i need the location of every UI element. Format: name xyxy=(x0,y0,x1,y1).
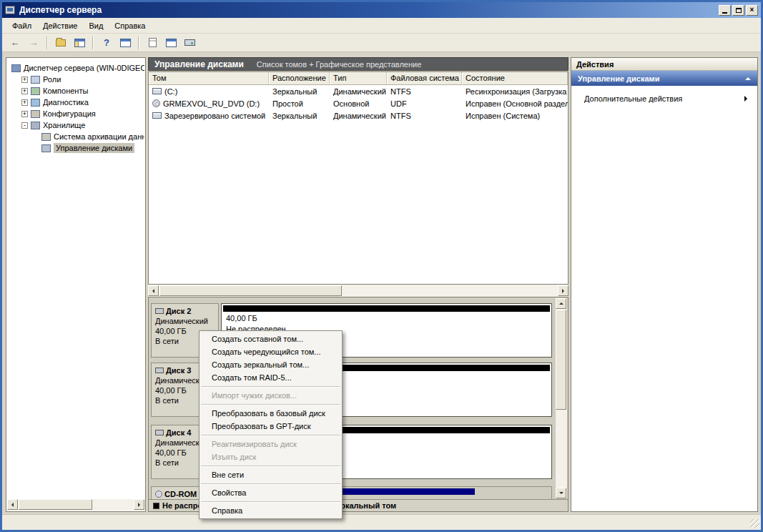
menu-separator xyxy=(201,483,340,484)
cell-layout: Простой xyxy=(269,99,330,108)
column-header-filesystem[interactable]: Файловая система xyxy=(387,72,462,84)
scroll-up-icon xyxy=(559,300,563,305)
actions-section-disk-management[interactable]: Управление дисками xyxy=(571,71,757,86)
menu-item-create-spanned-volume[interactable]: Создать составной том... xyxy=(200,332,342,345)
tree-item-disk-management[interactable]: Управление дисками xyxy=(7,142,144,154)
back-button[interactable]: ← xyxy=(6,35,24,51)
close-button[interactable]: × xyxy=(746,5,758,16)
tree-item-storage[interactable]: - Хранилище xyxy=(7,119,144,131)
tree-item-features[interactable]: + Компоненты xyxy=(7,85,144,97)
menu-item-import-foreign-disks: Импорт чужих дисков... xyxy=(200,389,342,402)
submenu-arrow-icon xyxy=(744,96,750,102)
cell-status: Ресинхронизация (Загрузка xyxy=(462,87,568,96)
scroll-left-button[interactable] xyxy=(148,285,159,296)
column-header-layout[interactable]: Расположение xyxy=(269,72,330,84)
main-area: Диспетчер сервера (WIN-0DIGEO + Роли + К… xyxy=(2,52,761,514)
expander-icon[interactable]: - xyxy=(21,122,28,129)
volume-row-c[interactable]: (C:) Зеркальный Динамический NTFS Ресинх… xyxy=(149,85,568,97)
properties-button[interactable] xyxy=(117,35,134,51)
new-window-button[interactable] xyxy=(162,35,179,51)
expander-icon[interactable]: + xyxy=(21,88,28,94)
volume-list-horizontal-scrollbar[interactable] xyxy=(148,285,568,297)
help-button[interactable]: ? xyxy=(98,35,115,51)
tree-item-label: Система архивации данных xyxy=(54,132,144,141)
scroll-up-button[interactable] xyxy=(556,298,566,309)
forward-button[interactable]: → xyxy=(25,35,42,51)
column-header-type[interactable]: Тип xyxy=(330,72,387,84)
tree-item-label: Диспетчер сервера (WIN-0DIGEO xyxy=(24,64,144,72)
scroll-right-button[interactable] xyxy=(558,285,568,296)
menu-separator xyxy=(201,435,340,435)
disk-name: CD-ROM 0 xyxy=(164,490,203,498)
scroll-left-button[interactable] xyxy=(7,499,18,510)
menu-file[interactable]: Файл xyxy=(6,19,37,32)
tree-item-label: Компоненты xyxy=(43,87,88,95)
scroll-thumb[interactable] xyxy=(556,310,566,410)
resize-grip[interactable] xyxy=(750,519,759,528)
menu-item-convert-to-gpt-disk[interactable]: Преобразовать в GPT-диск xyxy=(200,420,342,433)
volume-row-system-reserved[interactable]: Зарезервировано системой Зеркальный Дина… xyxy=(149,109,568,122)
panel-subtitle: Список томов + Графическое представление xyxy=(257,60,421,69)
cell-status: Исправен (Система) xyxy=(462,112,568,120)
volume-list-header: Том Расположение Тип Файловая система Со… xyxy=(149,72,568,85)
minimize-button[interactable] xyxy=(719,5,731,16)
scroll-thumb[interactable] xyxy=(19,499,92,510)
tree-item-diagnostics[interactable]: + Диагностика xyxy=(7,97,144,108)
disk-view-vertical-scrollbar[interactable] xyxy=(556,298,567,498)
roles-icon xyxy=(31,76,40,84)
menu-item-create-mirrored-volume[interactable]: Создать зеркальный том... xyxy=(200,358,342,371)
configuration-icon xyxy=(31,110,40,118)
volume-list: Том Расположение Тип Файловая система Со… xyxy=(148,72,568,285)
column-header-status[interactable]: Состояние xyxy=(462,72,568,84)
expander-icon[interactable]: + xyxy=(21,77,28,83)
cell-layout: Зеркальный xyxy=(269,112,330,120)
disk-management-button[interactable] xyxy=(181,35,198,51)
column-header-volume[interactable]: Том xyxy=(149,72,269,84)
disk-context-menu: Создать составной том... Создать чередую… xyxy=(199,330,343,519)
console-tree: Диспетчер сервера (WIN-0DIGEO + Роли + К… xyxy=(7,59,144,499)
partition-size: 40,00 ГБ xyxy=(226,314,551,322)
volume-row-dvd[interactable]: GRMEXVOL_RU_DVD (D:) Простой Основной UD… xyxy=(149,97,568,109)
menu-separator xyxy=(201,466,340,466)
scroll-thumb[interactable] xyxy=(159,285,342,296)
collapse-chevron-icon[interactable] xyxy=(745,74,751,80)
maximize-button[interactable] xyxy=(732,5,744,16)
tree-item-configuration[interactable]: + Конфигурация xyxy=(7,108,144,119)
menu-item-help[interactable]: Справка xyxy=(200,504,342,517)
statusbar xyxy=(2,514,761,530)
cdrom-icon xyxy=(155,491,162,498)
server-manager-window: Диспетчер сервера × Файл Действие Вид Сп… xyxy=(0,0,763,532)
actions-section-label: Управление дисками xyxy=(578,74,659,83)
scroll-left-icon xyxy=(9,503,14,507)
tree-horizontal-scrollbar[interactable] xyxy=(7,499,144,511)
console-tree-panel: Диспетчер сервера (WIN-0DIGEO + Роли + К… xyxy=(6,57,146,512)
menu-item-create-striped-volume[interactable]: Создать чередующийся том... xyxy=(200,345,342,358)
disk-icon xyxy=(155,430,164,435)
tree-item-roles[interactable]: + Роли xyxy=(7,74,144,85)
titlebar[interactable]: Диспетчер сервера × xyxy=(2,2,761,18)
tree-item-backup[interactable]: Система архивации данных xyxy=(7,131,144,142)
up-level-button[interactable] xyxy=(52,35,69,51)
scroll-right-button[interactable] xyxy=(134,499,144,510)
menu-view[interactable]: Вид xyxy=(83,19,109,32)
menu-item-offline[interactable]: Вне сети xyxy=(200,468,342,481)
tree-item-label: Хранилище xyxy=(43,121,85,129)
features-icon xyxy=(31,87,40,95)
expander-icon[interactable]: + xyxy=(21,99,28,106)
scroll-down-button[interactable] xyxy=(556,488,566,498)
menu-item-create-raid5-volume[interactable]: Создать том RAID-5... xyxy=(200,371,342,384)
expander-icon[interactable]: + xyxy=(21,111,28,117)
cell-filesystem: UDF xyxy=(387,99,462,108)
menu-action[interactable]: Действие xyxy=(37,19,83,32)
show-hide-console-tree-button[interactable] xyxy=(71,35,88,51)
dvd-icon xyxy=(152,99,160,107)
export-list-button[interactable] xyxy=(144,35,161,51)
menu-item-convert-to-basic-disk[interactable]: Преобразовать в базовый диск xyxy=(200,407,342,420)
cell-status: Исправен (Основной раздел xyxy=(462,99,568,108)
menu-item-properties[interactable]: Свойства xyxy=(200,486,342,499)
more-actions-item[interactable]: Дополнительные действия xyxy=(571,92,757,106)
tree-item-label-selected: Управление дисками xyxy=(54,143,134,153)
volume-icon xyxy=(152,88,162,94)
tree-item-server-manager[interactable]: Диспетчер сервера (WIN-0DIGEO xyxy=(7,62,144,74)
menu-help[interactable]: Справка xyxy=(109,19,151,32)
